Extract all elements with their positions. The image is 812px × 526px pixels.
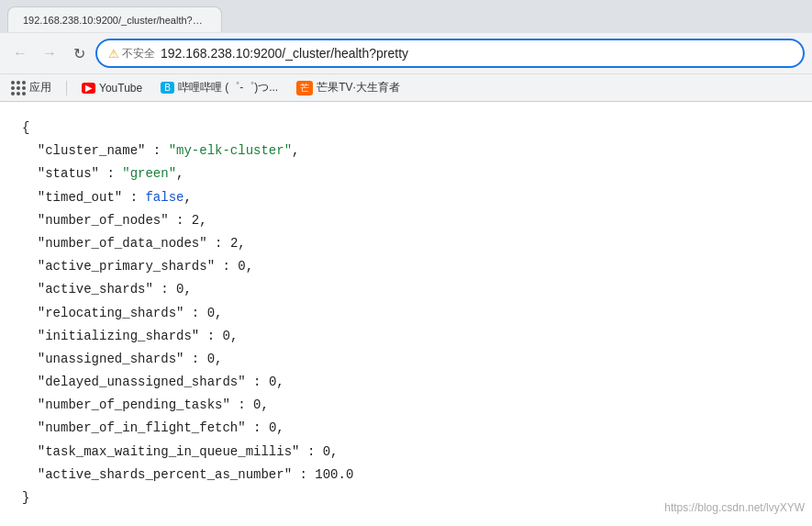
bilibili-label: 哔哩哔哩 (゜-゜)つ... (178, 80, 278, 95)
nav-bar: ← → ↻ ⚠ 不安全 192.168.238.10:9200/_cluster… (0, 33, 812, 73)
lock-icon: ⚠ (108, 47, 119, 61)
primary-shards-key: "active_primary_shards" (22, 259, 215, 274)
primary-shards-val: 0 (238, 259, 245, 274)
active-shards-key: "active_shards" (22, 282, 153, 297)
tab-bar: 192.168.238.10:9200/_cluster/health?pret… (0, 0, 812, 33)
mango-label: 芒果TV·大生育者 (317, 80, 400, 95)
in-flight-key: "number_of_in_flight_fetch" (22, 420, 246, 435)
json-content-area: { "cluster_name" : "my-elk-cluster", "st… (0, 102, 812, 526)
pending-tasks-key: "number_of_pending_tasks" (22, 397, 230, 412)
unassigned-key: "unassigned_shards" (22, 352, 184, 366)
back-button[interactable]: ← (7, 40, 33, 66)
close-brace: } (22, 490, 29, 505)
address-bar[interactable]: ⚠ 不安全 192.168.238.10:9200/_cluster/healt… (95, 39, 805, 68)
bookmarks-bar: 应用 ▶ YouTube B 哔哩哔哩 (゜-゜)つ... 芒 芒果TV·大生育… (0, 73, 812, 101)
watermark: https://blog.csdn.net/lvyXYW (664, 498, 805, 519)
unassigned-val: 0 (207, 352, 215, 366)
shards-percent-key: "active_shards_percent_as_number" (22, 467, 292, 482)
address-text: 192.168.238.10:9200/_cluster/health?pret… (161, 46, 792, 61)
security-badge: ⚠ 不安全 (108, 46, 155, 62)
bookmark-mango[interactable]: 芒 芒果TV·大生育者 (293, 78, 404, 97)
browser-chrome: 192.168.238.10:9200/_cluster/health?pret… (0, 0, 812, 102)
task-max-key: "task_max_waiting_in_queue_millis" (22, 444, 299, 459)
status-key: "status" (22, 166, 99, 181)
relocating-val: 0 (207, 306, 215, 320)
bookmark-bilibili[interactable]: B 哔哩哔哩 (゜-゜)つ... (157, 78, 282, 97)
apps-label: 应用 (29, 80, 51, 95)
separator (66, 81, 67, 95)
refresh-button[interactable]: ↻ (66, 40, 92, 66)
forward-button[interactable]: → (37, 40, 62, 66)
relocating-key: "relocating_shards" (22, 306, 184, 320)
cluster-name-key: "cluster_name" (22, 143, 145, 158)
youtube-icon: ▶ (82, 83, 95, 94)
timed-out-val: false (145, 190, 184, 205)
initializing-key: "initializing_shards" (22, 329, 199, 343)
nodes-val: 2 (192, 213, 199, 228)
refresh-icon: ↻ (73, 45, 85, 62)
nodes-key: "number_of_nodes" (22, 213, 169, 228)
bookmark-youtube[interactable]: ▶ YouTube (78, 80, 146, 96)
shards-percent-val: 100.0 (315, 467, 353, 482)
status-val: "green" (122, 166, 176, 181)
timed-out-key: "timed_out" (22, 190, 122, 205)
back-icon: ← (13, 45, 28, 62)
initializing-val: 0 (222, 329, 229, 343)
mango-icon: 芒 (296, 81, 313, 95)
data-nodes-key: "number_of_data_nodes" (22, 236, 207, 251)
tab-title: 192.168.238.10:9200/_cluster/health?pret… (23, 15, 206, 26)
active-tab[interactable]: 192.168.238.10:9200/_cluster/health?pret… (7, 6, 222, 32)
cluster-name-val: "my-elk-cluster" (169, 143, 292, 158)
json-body: { "cluster_name" : "my-elk-cluster", "st… (22, 117, 790, 509)
bilibili-icon: B (161, 82, 174, 94)
open-brace: { (22, 120, 29, 135)
bookmark-apps[interactable]: 应用 (7, 78, 55, 97)
insecure-label: 不安全 (122, 46, 155, 62)
delayed-key: "delayed_unassigned_shards" (22, 375, 246, 389)
youtube-label: YouTube (99, 82, 142, 95)
forward-icon: → (42, 45, 57, 62)
task-max-val: 0 (323, 444, 330, 459)
apps-icon (11, 81, 26, 95)
